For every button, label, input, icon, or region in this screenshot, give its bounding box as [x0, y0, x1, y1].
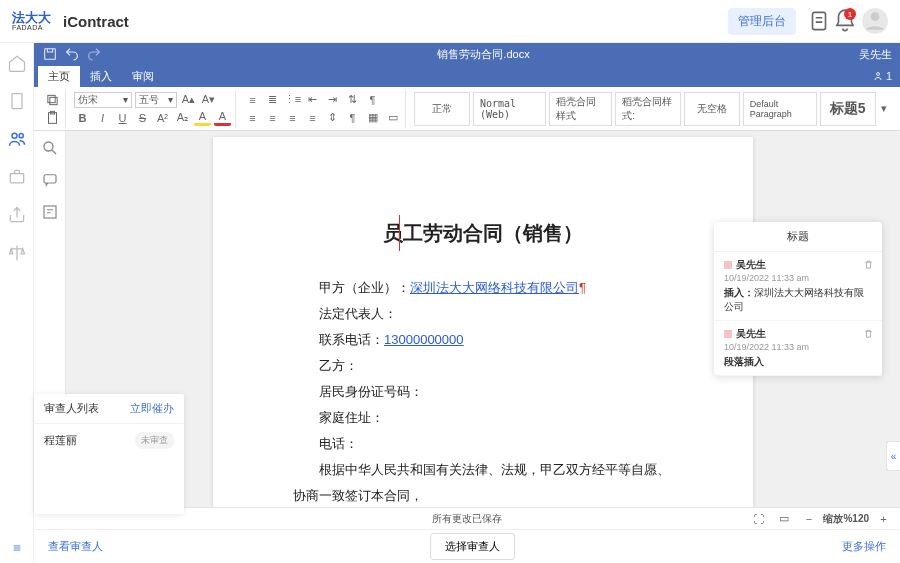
svg-rect-6 [45, 49, 56, 60]
collapse-panel-button[interactable]: « [886, 441, 900, 471]
nav-home-icon[interactable] [7, 53, 27, 73]
zoom-out-button[interactable]: − [800, 511, 817, 527]
bell-icon[interactable]: 1 [832, 8, 858, 34]
style-dropdown-icon[interactable]: ▾ [879, 101, 890, 117]
track-panel-title: 标题 [714, 222, 882, 252]
subscript-button[interactable]: A₂ [174, 110, 191, 126]
undo-icon[interactable] [64, 46, 80, 62]
view-reviewers-link[interactable]: 查看审查人 [48, 539, 103, 554]
multilevel-list-icon[interactable]: ⋮≡ [284, 92, 301, 108]
style-template1[interactable]: 稻壳合同样式 [549, 92, 612, 126]
size-select[interactable]: 五号 ▾ [135, 92, 177, 108]
bottom-action-bar: 查看审查人 选择审查人 更多操作 [34, 529, 900, 563]
zoom-in-button[interactable]: + [875, 511, 892, 527]
align-center-icon[interactable]: ≡ [264, 110, 281, 126]
style-default-para[interactable]: Default Paragraph [743, 92, 817, 126]
nav-share-icon[interactable] [7, 205, 27, 225]
logo: 法大大 FADADA [12, 11, 51, 31]
strike-button[interactable]: S [134, 110, 151, 126]
menu-tab-insert[interactable]: 插入 [80, 66, 122, 87]
user-color-swatch [724, 261, 732, 269]
nav-scale-icon[interactable] [7, 243, 27, 263]
reviewer-row[interactable]: 程莲丽 未审查 [34, 424, 184, 457]
svg-rect-9 [48, 95, 55, 102]
presence-icon[interactable]: 1 [872, 70, 892, 82]
clipboard-icon[interactable] [806, 8, 832, 34]
line-spacing-icon[interactable]: ⇕ [324, 110, 341, 126]
copy-icon[interactable] [44, 92, 61, 108]
bold-button[interactable]: B [74, 110, 91, 126]
company-link[interactable]: 深圳法大大网络科技有限公司 [410, 280, 579, 295]
doc-line-id: 居民身份证号码： [293, 379, 673, 405]
admin-console-button[interactable]: 管理后台 [728, 8, 796, 35]
shading-icon[interactable]: ▦ [364, 110, 381, 126]
align-left-icon[interactable]: ≡ [244, 110, 261, 126]
doc-line-rep: 法定代表人： [293, 301, 673, 327]
current-user: 吴先生 [859, 47, 892, 62]
style-web[interactable]: Normal (Web) [473, 92, 546, 126]
doc-title: 员工劳动合同（销售） [293, 213, 673, 253]
style-normal[interactable]: 正常 [414, 92, 470, 126]
heading-nav-icon[interactable] [41, 203, 59, 221]
svg-rect-14 [44, 206, 56, 218]
paragraph-icon[interactable]: ¶ [344, 110, 361, 126]
reviewer-status-badge: 未审查 [135, 432, 174, 449]
underline-button[interactable]: U [114, 110, 131, 126]
font-select[interactable]: 仿宋 ▾ [74, 92, 132, 108]
font-color-button[interactable]: A [214, 110, 231, 126]
doc-line-addr: 家庭住址： [293, 405, 673, 431]
outdent-icon[interactable]: ⇤ [304, 92, 321, 108]
pilcrow-icon[interactable]: ¶ [364, 92, 381, 108]
delete-change-icon[interactable] [863, 328, 874, 341]
urge-link[interactable]: 立即催办 [130, 401, 174, 416]
border-icon[interactable]: ▭ [384, 110, 401, 126]
nav-people-icon[interactable] [7, 129, 27, 149]
nav-doc-icon[interactable] [7, 91, 27, 111]
style-template2[interactable]: 稻壳合同样式: [615, 92, 680, 126]
phone-link[interactable]: 13000000000 [384, 332, 464, 347]
comment-icon[interactable] [41, 171, 59, 189]
fit-page-icon[interactable]: ▭ [775, 511, 792, 527]
track-item[interactable]: 吴先生 10/19/2022 11:33 am 插入：深圳法大大网络科技有限公司 [714, 252, 882, 321]
doc-line-tel: 电话： [293, 431, 673, 457]
doc-line-phone: 联系电话：13000000000 [293, 327, 673, 353]
svg-rect-0 [813, 12, 826, 29]
nav-briefcase-icon[interactable] [7, 167, 27, 187]
align-right-icon[interactable]: ≡ [284, 110, 301, 126]
grow-font-icon[interactable]: A▴ [180, 92, 197, 108]
reviewer-panel-title: 审查人列表 [44, 401, 99, 416]
redo-icon[interactable] [86, 46, 102, 62]
app-title: iContract [63, 13, 129, 30]
number-list-icon[interactable]: ≣ [264, 92, 281, 108]
menu-tab-home[interactable]: 主页 [38, 66, 80, 87]
paste-icon[interactable] [44, 110, 61, 126]
svg-point-7 [876, 73, 879, 76]
document-page[interactable]: 员工劳动合同（销售） 甲方（企业）：深圳法大大网络科技有限公司¶ 法定代表人： … [213, 137, 753, 507]
more-actions-link[interactable]: 更多操作 [842, 539, 886, 554]
fit-width-icon[interactable]: ⛶ [750, 511, 767, 527]
nav-menu-icon[interactable] [7, 543, 27, 563]
align-justify-icon[interactable]: ≡ [304, 110, 321, 126]
svg-point-1 [871, 12, 880, 21]
select-reviewer-button[interactable]: 选择审查人 [430, 533, 515, 560]
sort-icon[interactable]: ⇅ [344, 92, 361, 108]
document-filename: 销售劳动合同.docx [108, 47, 859, 62]
style-nospace[interactable]: 无空格 [684, 92, 740, 126]
style-heading5[interactable]: 标题5 [820, 92, 876, 126]
svg-point-3 [12, 133, 17, 138]
bullet-list-icon[interactable]: ≡ [244, 92, 261, 108]
avatar[interactable] [862, 8, 888, 34]
italic-button[interactable]: I [94, 110, 111, 126]
svg-point-12 [44, 142, 53, 151]
search-icon[interactable] [41, 139, 59, 157]
indent-icon[interactable]: ⇥ [324, 92, 341, 108]
delete-change-icon[interactable] [863, 259, 874, 272]
superscript-button[interactable]: A² [154, 110, 171, 126]
save-icon[interactable] [42, 46, 58, 62]
menu-tab-review[interactable]: 审阅 [122, 66, 164, 87]
track-item[interactable]: 吴先生 10/19/2022 11:33 am 段落插入 [714, 321, 882, 376]
highlight-button[interactable]: A [194, 110, 211, 126]
nav-rail [0, 43, 34, 563]
user-color-swatch [724, 330, 732, 338]
shrink-font-icon[interactable]: A▾ [200, 92, 217, 108]
